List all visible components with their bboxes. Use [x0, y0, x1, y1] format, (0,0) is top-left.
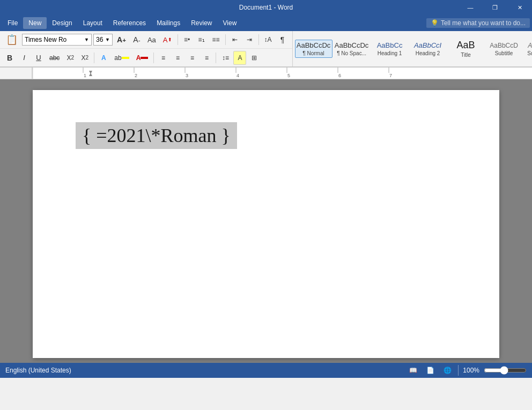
line-spacing-button[interactable]: ↕≡: [219, 51, 232, 65]
ribbon-top-row: 📋 Times New Ro ▼ 36 ▼ A+ A- Aa A⬆ ≡• ≡₁ …: [0, 31, 292, 49]
title-bar: Document1 - Word — ❐ ✕: [0, 0, 532, 15]
bullets-button[interactable]: ≡•: [181, 33, 194, 47]
language-indicator: English (United States): [5, 367, 71, 374]
maximize-button[interactable]: ❐: [483, 0, 507, 15]
ruler-marks: 1 2 3 4 5 6 7: [33, 68, 532, 79]
menu-design[interactable]: Design: [47, 17, 77, 29]
style-heading1-preview: AaBbCc: [377, 41, 403, 49]
style-subtitle[interactable]: AaBbCcD Subtitle: [485, 40, 523, 58]
zoom-level: 100%: [463, 367, 479, 374]
style-no-spacing[interactable]: AaBbCcDc ¶ No Spac...: [333, 40, 371, 58]
align-left-button[interactable]: ≡: [157, 51, 169, 65]
font-name-text: Times New Ro: [25, 36, 66, 43]
show-paragraph-button[interactable]: ¶: [276, 33, 289, 47]
change-case-button[interactable]: Aa: [145, 33, 159, 47]
bold-button[interactable]: B: [3, 51, 16, 65]
ribbon: 📋 Times New Ro ▼ 36 ▼ A+ A- Aa A⬆ ≡• ≡₁ …: [0, 31, 532, 68]
svg-text:4: 4: [237, 73, 239, 78]
read-mode-button[interactable]: 📖: [407, 365, 419, 376]
font-shrink-button[interactable]: A-: [130, 33, 143, 47]
sort-button[interactable]: ↕A: [262, 33, 275, 47]
font-name-arrow: ▼: [84, 37, 89, 42]
styles-panel: AaBbCcDc ¶ Normal AaBbCcDc ¶ No Spac... …: [292, 31, 532, 66]
style-subtle-em-preview: AaBbCcD: [528, 42, 532, 49]
style-title-label: Title: [461, 52, 471, 58]
shading-button[interactable]: A: [233, 51, 246, 65]
style-normal-label: ¶ Normal: [302, 50, 324, 56]
style-title[interactable]: AaB Title: [447, 38, 485, 59]
ribbon-left: 📋 Times New Ro ▼ 36 ▼ A+ A- Aa A⬆ ≡• ≡₁ …: [0, 31, 292, 66]
svg-text:1: 1: [84, 73, 86, 78]
search-box[interactable]: 💡 Tell me what you want to do...: [426, 18, 530, 28]
window-controls: — ❐ ✕: [458, 0, 532, 15]
italic-button[interactable]: I: [18, 51, 31, 65]
paste-button[interactable]: 📋: [3, 33, 20, 47]
style-subtle-em[interactable]: AaBbCcD Subtle Em...: [523, 40, 532, 58]
align-right-button[interactable]: ≡: [186, 51, 198, 65]
text-highlight-button[interactable]: ab: [112, 51, 131, 65]
style-heading1[interactable]: AaBbCc Heading 1: [371, 40, 409, 58]
svg-marker-2: [89, 73, 92, 76]
print-layout-button[interactable]: 📄: [424, 365, 437, 376]
menu-new[interactable]: New: [23, 17, 47, 29]
subscript-button[interactable]: X2: [64, 51, 77, 65]
numbering-button[interactable]: ≡₁: [195, 33, 208, 47]
increase-indent-button[interactable]: ⇥: [243, 33, 256, 47]
ruler: 1 2 3 4 5 6 7: [0, 68, 532, 79]
align-center-button[interactable]: ≡: [171, 51, 184, 65]
menu-file[interactable]: File: [2, 17, 23, 29]
justify-button[interactable]: ≡: [200, 51, 213, 65]
font-size-selector[interactable]: 36 ▼: [93, 34, 113, 46]
style-normal[interactable]: AaBbCcDc ¶ Normal: [295, 40, 332, 58]
field-code: { =2021\*Roman }: [76, 122, 237, 149]
font-name-selector[interactable]: Times New Ro ▼: [22, 34, 92, 46]
style-heading2[interactable]: AaBbCcI Heading 2: [409, 40, 447, 58]
menu-review[interactable]: Review: [186, 17, 217, 29]
superscript-button[interactable]: X2: [78, 51, 91, 65]
status-divider: [458, 365, 459, 376]
menu-layout[interactable]: Layout: [78, 17, 108, 29]
lightbulb-icon: 💡: [431, 19, 439, 27]
font-size-text: 36: [96, 36, 103, 43]
text-effects-button[interactable]: A: [97, 51, 110, 65]
svg-text:7: 7: [389, 73, 392, 78]
multilevel-list-button[interactable]: ≡≡: [210, 33, 223, 47]
strikethrough-button[interactable]: abc: [47, 51, 62, 65]
underline-button[interactable]: U: [32, 51, 45, 65]
document-area: { =2021\*Roman }: [0, 79, 532, 363]
style-normal-preview: AaBbCcDc: [297, 41, 331, 49]
ruler-content: 1 2 3 4 5 6 7: [32, 68, 532, 79]
document-page[interactable]: { =2021\*Roman }: [33, 90, 499, 358]
menu-references[interactable]: References: [108, 17, 151, 29]
status-bar: English (United States) 📖 📄 🌐 100%: [0, 363, 532, 378]
close-button[interactable]: ✕: [507, 0, 532, 15]
font-size-arrow: ▼: [105, 37, 110, 42]
ribbon-bottom-row: B I U abc X2 X2 A ab A ≡: [0, 49, 292, 66]
menu-mailings[interactable]: Mailings: [151, 17, 186, 29]
style-no-spacing-preview: AaBbCcDc: [335, 41, 369, 49]
svg-text:5: 5: [287, 73, 290, 78]
style-subtle-em-label: Subtle Em...: [527, 50, 532, 56]
status-right: 📖 📄 🌐 100%: [407, 365, 527, 376]
web-layout-button[interactable]: 🌐: [441, 365, 454, 376]
style-heading1-label: Heading 1: [378, 50, 402, 56]
borders-button[interactable]: ⊞: [248, 51, 261, 65]
style-title-preview: AaB: [457, 40, 475, 51]
menu-bar: File New Design Layout References Mailin…: [0, 15, 532, 31]
font-color-button[interactable]: A: [134, 51, 151, 65]
svg-text:6: 6: [338, 73, 341, 78]
menu-view[interactable]: View: [218, 17, 242, 29]
style-heading2-preview: AaBbCcI: [414, 41, 441, 49]
minimize-button[interactable]: —: [458, 0, 483, 15]
search-placeholder: Tell me what you want to do...: [441, 19, 526, 27]
title-bar-text: Document1 - Word: [239, 4, 293, 11]
zoom-slider[interactable]: [484, 366, 527, 375]
style-no-spacing-label: ¶ No Spac...: [337, 50, 366, 56]
svg-text:2: 2: [135, 73, 137, 78]
style-heading2-label: Heading 2: [416, 50, 440, 56]
font-grow-button[interactable]: A+: [114, 33, 129, 47]
style-subtitle-label: Subtitle: [495, 50, 513, 56]
svg-text:3: 3: [186, 73, 188, 78]
clear-formatting-button[interactable]: A⬆: [160, 33, 175, 47]
decrease-indent-button[interactable]: ⇤: [228, 33, 241, 47]
